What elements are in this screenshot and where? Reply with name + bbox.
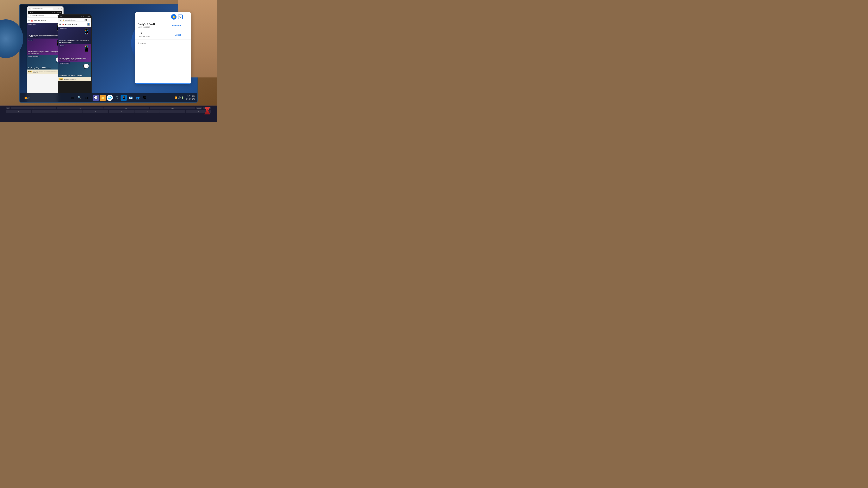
system-tray-icons: ▲ 📶 🔊: [22, 97, 29, 99]
url-bar-left[interactable]: ⌂ androidpolice.com ⧉ ⋮: [28, 14, 62, 17]
ap-logo-right: Android Police: [62, 24, 77, 25]
laptop-screen: ‹ Brady's Z Fold4 ... — □ ✕ 8:51 ▪▪ ✦ ↑ …: [19, 4, 197, 103]
files-button[interactable]: 📁: [100, 95, 106, 101]
article-title-1-left: You shared your Android home screens, th…: [28, 34, 63, 38]
key-f1[interactable]: F1: [11, 107, 56, 109]
phone-right-device: 8:51 ▪▪ ✦ ↑ 83% ⌂ 🔒 androidpolice.com ⧉ …: [58, 14, 92, 102]
minimize-button[interactable]: —: [54, 7, 56, 10]
home-icon-right: ⌂: [60, 19, 61, 21]
phone-browser-bar-right: ⌂ 🔒 androidpolice.com ⧉ ⋮: [58, 18, 91, 22]
key-1[interactable]: 1: [6, 110, 31, 113]
add-device-row[interactable]: + ...vice: [135, 39, 191, 46]
photos-button[interactable]: 🖼: [142, 95, 148, 101]
notification-button[interactable]: 🔔: [171, 14, 177, 20]
ap-nav-right: ☰ Android Police 👤: [58, 22, 91, 27]
key-f5[interactable]: F5: [103, 107, 149, 109]
device-row-1: Brady's Z Fold4 ...outlook.com Selected …: [135, 21, 191, 30]
taskbar-right: ▲ 📶 🔊 🔋 9:51 AM 9/18/2024: [172, 95, 195, 100]
bottom-ad-bar-right: NEW! $100 BEST CREDIT...: [58, 77, 91, 81]
home-icon: ⌂: [30, 15, 31, 17]
taskbar-left: ▲ 📶 🔊: [22, 97, 29, 99]
hamburger-icon[interactable]: ☰: [28, 19, 30, 22]
keyboard-row-1: Esc F1 F2 F5 F10 Delete Backspace: [0, 106, 217, 109]
panel-header: 🔔 ⚙ —: [135, 12, 191, 21]
device-name-1: Brady's Z Fold4: [138, 23, 170, 26]
chrome-button[interactable]: 🌐: [107, 95, 113, 101]
more-button-2[interactable]: ⋮: [184, 33, 188, 37]
svg-marker-1: [205, 109, 210, 115]
notification-button-wrapper: 🔔: [171, 14, 177, 20]
taskbar: ▲ 📶 🔊 ⊞ 🔍 🗂 💬 📁 🌐 🎵 📱 📧 👥 🖼: [20, 93, 197, 102]
article-card-3-right: Google Messages Google says fully one RC…: [58, 62, 91, 77]
article-tag-2-right: Phones: [59, 45, 64, 46]
add-device-icon: +: [138, 42, 139, 44]
back-button[interactable]: ‹: [28, 7, 31, 10]
search-taskbar-button[interactable]: 🔍: [76, 95, 83, 101]
article-tag-3-left: Google Messages: [28, 56, 38, 57]
key-7[interactable]: 7: [160, 110, 185, 113]
add-device-text: ...vice: [140, 42, 146, 44]
key-f10[interactable]: F10: [150, 107, 195, 109]
key-5[interactable]: 5: [109, 110, 134, 113]
mail-button[interactable]: 📧: [128, 95, 134, 101]
taskbar-center: ⊞ 🔍 🗂 💬 📁 🌐 🎵 📱 📧 👥 🖼: [69, 95, 148, 101]
device-actions-2: Select ⋮: [173, 33, 188, 37]
device-actions-1: Selected ⋮: [170, 23, 188, 28]
device-name-2: ...old: [138, 32, 173, 35]
key-6[interactable]: 6: [134, 110, 160, 113]
hamburger-icon-right[interactable]: ☰: [59, 23, 61, 26]
start-button[interactable]: ⊞: [69, 95, 75, 101]
device-info-2: ...old ...outlook.com: [138, 32, 173, 37]
article-title-3-right: Google says fully one RCS ing soon: [59, 75, 90, 76]
contacts-button[interactable]: 👥: [135, 95, 141, 101]
music-button[interactable]: 🎵: [114, 95, 120, 101]
article-card-2-right: Phones Review: The HMD Skyline pushes An…: [58, 44, 91, 62]
key-3[interactable]: 3: [57, 110, 83, 113]
restore-button[interactable]: □: [57, 7, 60, 10]
ap-logo-triangle: [31, 20, 33, 22]
phone-link-taskbar-button[interactable]: 📱: [121, 95, 127, 101]
more-icon-right: ⋮: [88, 19, 90, 21]
taskview-button[interactable]: 🗂: [83, 95, 90, 101]
article-tag-1-right: Home Screen: [59, 28, 68, 29]
tab-icon-right: ⧉: [86, 19, 87, 21]
key-2[interactable]: 2: [32, 110, 57, 113]
more-button-1[interactable]: ⋮: [184, 23, 188, 28]
article-card-1-right: Home Screen You shared your Android home…: [58, 27, 91, 44]
ap-logo-left: Android Police: [31, 20, 46, 22]
article-tag-1-left: Home Screen: [28, 24, 36, 25]
selected-button-1[interactable]: Selected: [170, 24, 182, 27]
phone-link-panel: 🔔 ⚙ — Brady's Z Fold4 ...outlook.com Sel…: [135, 12, 191, 84]
android-police-watermark: [202, 106, 213, 116]
panel-bottom-bar: [135, 83, 191, 84]
user-avatar-right[interactable]: 👤: [87, 23, 90, 26]
system-icons: ▲ 📶 🔊 🔋: [172, 96, 184, 99]
taskbar-separator: [91, 96, 91, 100]
windows-desktop: ‹ Brady's Z Fold4 ... — □ ✕ 8:51 ▪▪ ✦ ↑ …: [20, 4, 197, 102]
key-f2[interactable]: F2: [57, 107, 103, 109]
device-email-2: ...outlook.com: [138, 35, 173, 37]
browser-tab-bar: ‹ Brady's Z Fold4 ... — □ ✕: [28, 7, 62, 10]
ap-watermark-svg: [202, 106, 213, 116]
select-button-2[interactable]: Select: [173, 33, 182, 37]
article-title-2-right: Review: The HMD Skyline pushes Android p…: [59, 58, 90, 61]
keyboard-row-2: 1 2 3 4 5 6 7 8: [0, 109, 217, 113]
article-title-1-right: You shared your Android home screens, th…: [59, 40, 90, 43]
settings-button[interactable]: ⚙: [178, 14, 183, 19]
ad-badge-right: NEW!: [59, 78, 63, 80]
key-delete[interactable]: Delete: [196, 107, 202, 109]
url-bar-right[interactable]: 🔒 androidpolice.com: [62, 19, 85, 21]
close-button[interactable]: ✕: [61, 8, 62, 10]
key-esc[interactable]: Esc: [6, 107, 10, 109]
article-title-3-left: Google says fully one RCS ing soon: [28, 67, 63, 69]
device-info-1: Brady's Z Fold4 ...outlook.com: [138, 23, 170, 28]
article-tag-3-right: Google Messages: [59, 62, 70, 64]
article-tag-2-left: Phones: [28, 39, 33, 41]
teams-button[interactable]: 💬: [93, 95, 99, 101]
key-4[interactable]: 4: [83, 110, 108, 113]
keyboard-area: Esc F1 F2 F5 F10 Delete Backspace 1 2 3 …: [0, 105, 217, 122]
article-title-2-left: Review: The HMD Skyline pushes Android p…: [28, 51, 63, 54]
device-email-1: ...outlook.com: [138, 26, 170, 28]
panel-close-button[interactable]: —: [184, 15, 188, 19]
browser-tab[interactable]: Brady's Z Fold4 ...: [31, 7, 53, 10]
